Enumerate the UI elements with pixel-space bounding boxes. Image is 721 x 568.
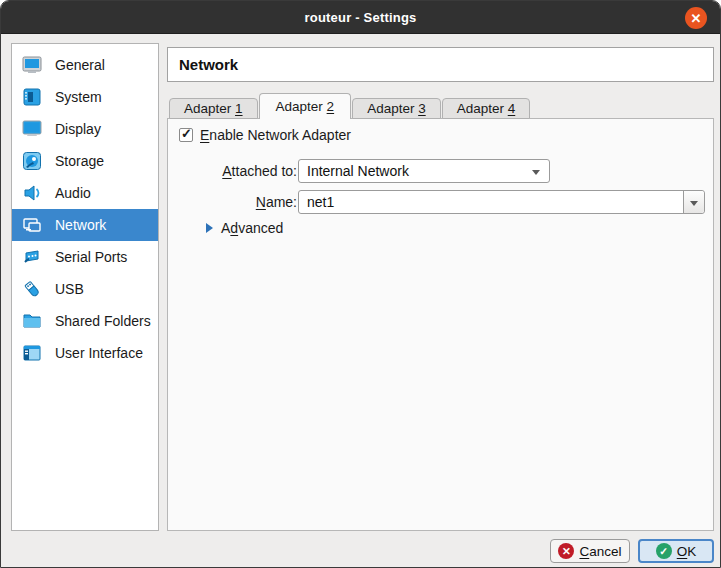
sidebar-item-usb[interactable]: USB (12, 273, 158, 305)
sidebar-item-audio[interactable]: Audio (12, 177, 158, 209)
sidebar-item-label: Serial Ports (55, 249, 127, 265)
tab-bar: Adapter 1 Adapter 2 Adapter 3 Adapter 4 (169, 93, 531, 119)
cancel-button[interactable]: ✕ Cancel (550, 539, 630, 563)
settings-window: routeur - Settings ✕ General System Disp… (0, 0, 721, 568)
sidebar-item-label: General (55, 57, 105, 73)
user-interface-icon (20, 341, 44, 365)
name-dropdown-button[interactable] (683, 191, 704, 213)
chevron-down-icon (690, 201, 698, 206)
display-icon (20, 117, 44, 141)
cancel-x-icon: ✕ (558, 543, 574, 559)
adapter-panel: ✓ Enable Network Adapter Attached to: In… (167, 118, 714, 531)
page-title: Network (179, 56, 238, 73)
general-icon (20, 53, 44, 77)
expander-arrow-icon (206, 223, 213, 233)
tab-adapter-4[interactable]: Adapter 4 (442, 98, 531, 119)
attached-to-dropdown[interactable]: Internal Network (298, 159, 550, 183)
sidebar-item-serial-ports[interactable]: Serial Ports (12, 241, 158, 273)
enable-adapter-label: Enable Network Adapter (200, 127, 351, 143)
name-combobox (298, 190, 705, 214)
sidebar-item-label: USB (55, 281, 84, 297)
cancel-label: Cancel (579, 544, 621, 559)
sidebar-item-label: Audio (55, 185, 91, 201)
sidebar-item-shared-folders[interactable]: Shared Folders (12, 305, 158, 337)
sidebar-item-label: Shared Folders (55, 313, 151, 329)
tab-adapter-3[interactable]: Adapter 3 (352, 98, 441, 119)
sidebar-item-label: Network (55, 217, 106, 233)
sidebar-item-label: System (55, 89, 102, 105)
advanced-label: Advanced (221, 220, 283, 236)
storage-icon (20, 149, 44, 173)
shared-folders-icon (20, 309, 44, 333)
sidebar-item-general[interactable]: General (12, 49, 158, 81)
name-label: Name: (168, 190, 297, 214)
usb-icon (20, 277, 44, 301)
tab-adapter-2[interactable]: Adapter 2 (259, 93, 352, 119)
sidebar: General System Display Storage Audio (11, 43, 159, 531)
attached-to-label: Attached to: (168, 159, 297, 183)
tab-adapter-1[interactable]: Adapter 1 (169, 98, 258, 119)
serial-ports-icon (20, 245, 44, 269)
ok-check-icon: ✓ (656, 543, 672, 559)
close-button[interactable]: ✕ (685, 7, 707, 29)
sidebar-item-system[interactable]: System (12, 81, 158, 113)
attached-to-value: Internal Network (307, 163, 409, 179)
network-icon (20, 213, 44, 237)
sidebar-item-label: User Interface (55, 345, 143, 361)
ok-button[interactable]: ✓ OK (638, 539, 714, 563)
page-title-box: Network (167, 47, 714, 82)
ok-label: OK (677, 544, 697, 559)
chevron-down-icon (532, 170, 540, 175)
sidebar-item-network[interactable]: Network (12, 209, 158, 241)
checkmark-icon: ✓ (181, 126, 192, 141)
sidebar-item-storage[interactable]: Storage (12, 145, 158, 177)
enable-adapter-checkbox[interactable]: ✓ (179, 128, 193, 142)
sidebar-item-user-interface[interactable]: User Interface (12, 337, 158, 369)
enable-adapter-row: ✓ Enable Network Adapter (179, 127, 351, 143)
close-icon: ✕ (691, 11, 702, 24)
audio-icon (20, 181, 44, 205)
window-title: routeur - Settings (305, 10, 417, 25)
system-icon (20, 85, 44, 109)
sidebar-item-label: Display (55, 121, 101, 137)
titlebar[interactable]: routeur - Settings ✕ (1, 1, 720, 34)
name-input[interactable] (299, 194, 683, 210)
sidebar-item-display[interactable]: Display (12, 113, 158, 145)
sidebar-item-label: Storage (55, 153, 104, 169)
advanced-expander[interactable]: Advanced (206, 220, 283, 236)
